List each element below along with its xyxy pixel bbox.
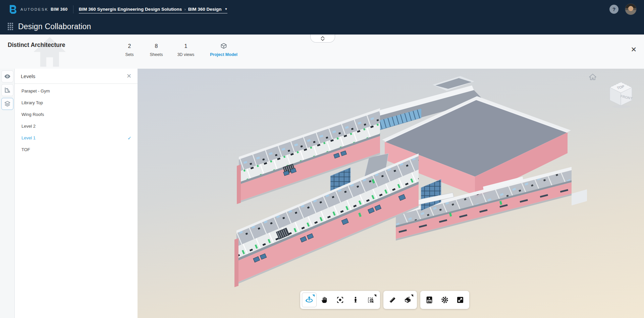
layers-icon[interactable] <box>1 98 13 110</box>
chevron-up-icon <box>321 36 325 39</box>
model-subheader: Distinct Architecture 2 Sets 8 Sheets 1 … <box>0 35 644 69</box>
level-item[interactable]: Level 1✓ <box>15 132 138 144</box>
fullscreen-icon[interactable] <box>453 293 468 307</box>
breadcrumb-separator: › <box>184 7 185 12</box>
brand-text: AUTODESK BIM 360 <box>20 7 68 12</box>
settings-icon[interactable] <box>437 293 452 307</box>
top-navigation-bar: AUTODESK BIM 360 BIM 360 Synergis Engine… <box>0 0 644 18</box>
cube-icon <box>220 43 227 49</box>
flyout-triangle-icon <box>411 295 413 297</box>
levels-list: Parapet - Gym✓ Library Top✓ Wing Roofs✓ … <box>15 84 138 155</box>
visibility-eye-icon[interactable] <box>1 70 13 82</box>
pan-icon[interactable] <box>317 293 332 307</box>
level-item[interactable]: TOF✓ <box>15 144 138 155</box>
toolbar-group-tools <box>383 291 417 309</box>
collapse-panel-handle[interactable] <box>310 35 335 43</box>
zoom-window-icon[interactable] <box>364 293 378 307</box>
tab-sheets[interactable]: 8 Sheets <box>147 43 166 57</box>
breadcrumb: BIM 360 Synergis Engineering Design Solu… <box>79 7 228 13</box>
model-browser-icon[interactable] <box>422 293 437 307</box>
viewer-toolbar <box>300 291 469 309</box>
model-3d-view[interactable] <box>138 69 644 318</box>
fit-to-view-icon[interactable] <box>333 293 347 307</box>
levels-panel-title: Levels <box>21 73 126 79</box>
viewer-canvas[interactable]: TOP FRONT <box>138 69 644 318</box>
toolbar-group-navigate <box>300 291 380 309</box>
help-icon[interactable]: ? <box>609 5 619 14</box>
tab-sets[interactable]: 2 Sets <box>121 43 138 57</box>
levels-panel-header: Levels ✕ <box>15 69 138 84</box>
level-item[interactable]: Level 2✓ <box>15 120 138 132</box>
flyout-triangle-icon <box>374 295 376 297</box>
levels-panel: Levels ✕ Parapet - Gym✓ Library Top✓ Win… <box>15 69 138 318</box>
section-icon[interactable] <box>400 293 415 307</box>
close-icon[interactable]: ✕ <box>126 72 131 80</box>
viewer-left-rail <box>0 69 15 318</box>
brand-bim360: BIM 360 <box>51 7 68 12</box>
level-item[interactable]: Parapet - Gym✓ <box>15 85 138 97</box>
tab-project-model[interactable]: Project Model <box>206 43 241 57</box>
user-avatar[interactable] <box>625 3 637 15</box>
divider <box>73 5 73 13</box>
app-grid-icon[interactable] <box>8 23 13 30</box>
toolbar-group-settings <box>420 291 469 309</box>
breadcrumb-project-link[interactable]: BIM 360 Synergis Engineering Design Solu… <box>79 7 182 12</box>
breadcrumb-current-link[interactable]: BIM 360 Design <box>188 7 222 12</box>
page-title: Distinct Architecture <box>8 42 65 49</box>
chevron-down-icon[interactable]: ▼ <box>225 7 228 11</box>
phases-chart-icon[interactable] <box>1 84 13 96</box>
level-item[interactable]: Library Top✓ <box>15 97 138 109</box>
measure-icon[interactable] <box>385 293 400 307</box>
check-icon: ✓ <box>127 135 131 141</box>
model-stats: 2 Sets 8 Sheets 1 3D views Project Model <box>121 43 241 57</box>
app-title: Design Collaboration <box>18 22 91 31</box>
chevron-down-icon <box>321 39 325 41</box>
flyout-triangle-icon <box>312 295 315 297</box>
brand-autodesk: AUTODESK <box>20 7 48 11</box>
bim360-logo-icon <box>9 5 17 14</box>
level-item[interactable]: Wing Roofs✓ <box>15 109 138 120</box>
orbit-icon[interactable] <box>302 293 317 307</box>
viewcube[interactable]: TOP FRONT <box>606 77 637 108</box>
home-icon[interactable] <box>589 73 597 81</box>
app-header-bar: Design Collaboration <box>0 18 644 35</box>
close-icon[interactable]: ✕ <box>631 46 637 53</box>
tab-3d-views[interactable]: 1 3D views <box>174 43 197 57</box>
first-person-icon[interactable] <box>348 293 363 307</box>
